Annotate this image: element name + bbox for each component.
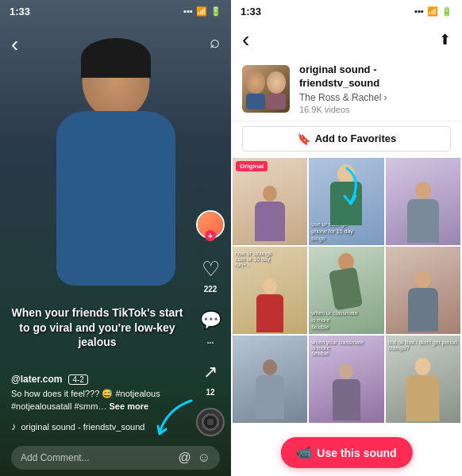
left-status-icons: ▪▪▪ 📶 🔋 <box>183 6 221 17</box>
sound-bar[interactable]: ♪ original sound - friendstv_sound <box>11 420 183 432</box>
grid-cell-inner-7 <box>233 336 307 423</box>
sound-header: original sound - friendstv_sound The Ros… <box>231 57 462 121</box>
profile-action[interactable]: + <box>196 210 225 239</box>
share-button[interactable]: ↗ 12 <box>196 358 225 397</box>
right-status-icons: ▪▪▪ 📶 🔋 <box>414 6 452 17</box>
grid-cell-2[interactable]: use ur siblingsphone for 15 daybingo <box>309 158 383 245</box>
sound-text: original sound - friendstv_sound <box>21 422 145 432</box>
video-caption-area: When your friends TikTok's start to go v… <box>11 305 183 349</box>
grid-cell-inner-6 <box>386 247 460 334</box>
grid-row-1: Original use ur siblingsphone for 15 day… <box>233 158 460 245</box>
use-sound-button[interactable]: 📹 Use this sound <box>280 437 412 468</box>
left-time: 1:33 <box>10 6 30 17</box>
right-status-bar: 1:33 ▪▪▪ 📶 🔋 <box>231 0 462 22</box>
signal-icon: ▪▪▪ <box>183 6 193 16</box>
grid-cell-inner-9: is it ok that I don't get period cramps? <box>386 336 460 423</box>
sound-thumbnail <box>242 65 290 113</box>
bookmark-icon: 🔖 <box>297 132 310 145</box>
grid-cell-4[interactable]: how ur siblingscute ur 10 dayrun+.. <box>233 247 307 334</box>
right-signal-icon: ▪▪▪ <box>414 6 424 16</box>
comment-button[interactable]: 💬 ... <box>196 306 225 345</box>
comment-count: ... <box>207 336 214 345</box>
user-info: @later.com 4-2 So how does it feel??? 😅 … <box>11 374 183 413</box>
vinyl-record[interactable] <box>196 408 225 436</box>
see-more[interactable]: See more <box>110 401 149 411</box>
right-sound-panel: 1:33 ▪▪▪ 📶 🔋 ‹ ⬆ original sound - friend… <box>231 0 462 476</box>
right-nav: ‹ ⬆ <box>231 22 462 57</box>
camera-icon: 📹 <box>296 445 312 460</box>
add-favorites-button[interactable]: 🔖 Add to Favorites <box>242 126 451 152</box>
grid-cell-inner-8: when your classmateis moreflexible <box>309 336 383 423</box>
share-count: 12 <box>206 388 214 397</box>
grid-cell-5[interactable]: when ur classmateis moreflexible <box>309 247 383 334</box>
grid-row-2: how ur siblingscute ur 10 dayrun+.. when… <box>233 247 460 334</box>
grid-cell-6[interactable] <box>386 247 460 334</box>
music-icon: ♪ <box>11 420 17 432</box>
right-actions: + ♡ 222 💬 ... ↗ 12 <box>196 210 225 397</box>
video-grid: Original use ur siblingsphone for 15 day… <box>231 156 462 476</box>
left-top-icons: ‹ ⌕ <box>0 25 231 63</box>
wifi-icon: 📶 <box>196 6 207 17</box>
sound-count: 16.9K videos <box>299 105 451 114</box>
grid-cell-inner-5: when ur classmateis moreflexible <box>309 247 383 334</box>
grid-cell-inner-4: how ur siblingscute ur 10 dayrun+.. <box>233 247 307 334</box>
grid-cell-inner-1: Original <box>233 158 307 245</box>
comment-icons: @ ☺ <box>178 451 210 465</box>
grid-row-3: when your classmateis moreflexible is it… <box>233 336 460 423</box>
follow-plus-badge: + <box>205 230 216 241</box>
right-time: 1:33 <box>241 6 261 17</box>
comment-placeholder: Add Comment... <box>21 452 171 463</box>
comment-bar[interactable]: Add Comment... @ ☺ <box>11 446 220 470</box>
battery-icon: 🔋 <box>210 6 221 17</box>
share-icon: ↗ <box>196 358 225 386</box>
right-battery-icon: 🔋 <box>441 6 452 17</box>
grid-cell-inner-2: use ur siblingsphone for 15 daybingo <box>309 158 383 245</box>
grid-cell-3[interactable] <box>386 158 460 245</box>
grid-cell-7[interactable] <box>233 336 307 423</box>
grid-cell-8[interactable]: when your classmateis moreflexible <box>309 336 383 423</box>
sound-title: original sound - friendstv_sound <box>299 63 451 90</box>
left-video-panel: 1:33 ▪▪▪ 📶 🔋 ‹ ⌕ When your friends TikTo… <box>0 0 231 476</box>
right-wifi-icon: 📶 <box>427 6 438 17</box>
description: So how does it feel??? 😅 #notjealous#not… <box>11 388 183 413</box>
add-favorites-label: Add to Favorites <box>315 132 397 144</box>
at-icon[interactable]: @ <box>178 451 191 465</box>
sound-author[interactable]: The Ross & Rachel › <box>299 92 451 103</box>
right-share-icon[interactable]: ⬆ <box>439 31 451 48</box>
sound-meta: original sound - friendstv_sound The Ros… <box>299 63 451 114</box>
like-button[interactable]: ♡ 222 <box>196 255 225 294</box>
right-back-icon[interactable]: ‹ <box>242 27 249 52</box>
thumbnail-image <box>242 65 290 113</box>
left-status-bar: 1:33 ▪▪▪ 📶 🔋 <box>0 0 231 22</box>
username: @later.com <box>11 374 62 385</box>
back-icon[interactable]: ‹ <box>11 32 18 57</box>
grid-cell-1[interactable]: Original <box>233 158 307 245</box>
main-caption: When your friends TikTok's start to go v… <box>11 305 183 349</box>
follow-badge[interactable]: 4-2 <box>68 374 87 385</box>
emoji-icon[interactable]: ☺ <box>198 451 210 465</box>
heart-icon: ♡ <box>196 255 225 283</box>
grid-cell-9[interactable]: is it ok that I don't get period cramps? <box>386 336 460 423</box>
search-icon[interactable]: ⌕ <box>210 32 220 57</box>
original-badge: Original <box>236 161 268 171</box>
use-sound-label: Use this sound <box>317 447 396 459</box>
cell-overlay-5: when ur classmateis moreflexible <box>311 309 381 331</box>
grid-cell-inner-3 <box>386 158 460 245</box>
comment-icon: 💬 <box>196 306 225 335</box>
like-count: 222 <box>204 285 218 294</box>
author-arrow-icon: › <box>383 92 387 103</box>
